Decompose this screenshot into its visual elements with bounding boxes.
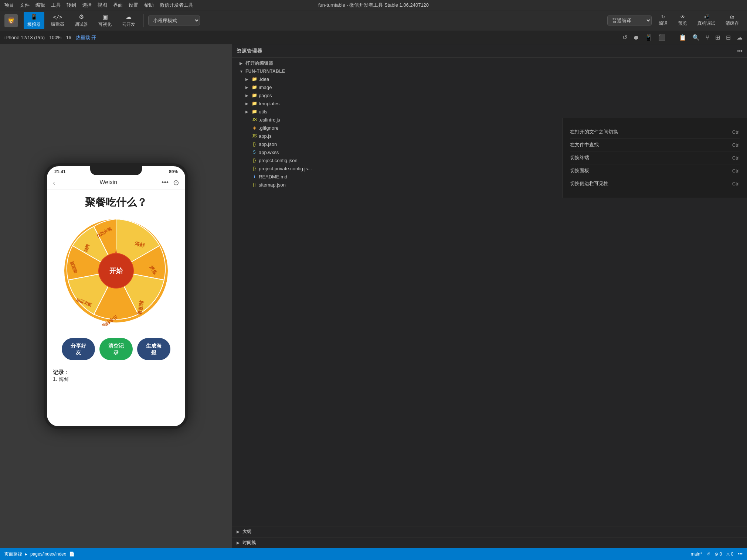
zoom-level: 100% (49, 35, 61, 40)
compile-mode-select[interactable]: 普通编译 (607, 16, 652, 25)
search-icon[interactable]: 🔍 (692, 34, 700, 41)
turntable-wheel[interactable]: 海鲜 烤鱼 韩国菜 日本料理 溜达想啥 泰国菜 自助火锅 烧烤 开始 (61, 215, 172, 326)
poster-btn-label2: 报 (145, 349, 163, 356)
git-branch[interactable]: main* (691, 552, 702, 557)
project-section[interactable]: ▼ FUN-TURNTABLE (232, 68, 747, 75)
share-btn-label: 分享好 (69, 342, 88, 349)
stop-icon[interactable]: ⏺ (633, 34, 639, 41)
record-item-1: 1. 海鲜 (53, 376, 179, 383)
bottom-more-icon[interactable]: ••• (738, 552, 743, 557)
compile-icon: ↻ (661, 14, 665, 20)
outline-section[interactable]: ▶ 大纲 (232, 526, 747, 537)
bottom-right: main* ↺ ⊗ 0 △ 0 ••• (691, 552, 743, 557)
timeline-section[interactable]: ▶ 时间线 (232, 537, 747, 548)
file-explorer-title: 资源管理器 (237, 48, 262, 54)
cloud2-icon[interactable]: ☁ (737, 34, 743, 41)
toolbar-debugger-btn[interactable]: ⚙ 调试器 (71, 12, 92, 29)
page-path-label: 页面路径 (4, 551, 22, 557)
warnings-count[interactable]: △ 0 (726, 552, 733, 557)
toolbar-simulator-btn[interactable]: 📱 模拟器 (24, 12, 44, 29)
shortcut-find-in-file: 在文件中查找 Ctrl (570, 139, 740, 151)
pages-arrow: ▶ (245, 93, 250, 98)
menu-item-interface[interactable]: 界面 (113, 2, 123, 8)
cloud-label: 云开发 (122, 21, 135, 28)
errors-count[interactable]: ⊗ 0 (714, 552, 722, 557)
menu-item-edit[interactable]: 编辑 (35, 2, 45, 8)
phone-buttons: 分享好 友 清空记 录 生成海 报 (47, 332, 185, 366)
timeline-arrow: ▶ (237, 541, 241, 545)
branch-icon[interactable]: ⑂ (706, 34, 709, 41)
outline-arrow: ▶ (237, 530, 241, 534)
menu-item-tools[interactable]: 工具 (51, 2, 61, 8)
appwxss-file-icon: S (251, 149, 257, 155)
preview-btn[interactable]: 👁 预览 (674, 13, 691, 28)
explorer-bottom-sections: ▶ 大纲 ▶ 时间线 (232, 526, 747, 548)
file-explorer-actions: ••• (737, 48, 743, 54)
clear-cache-btn[interactable]: 🗂 清缓存 (722, 13, 743, 28)
share-btn-label2: 友 (69, 349, 88, 356)
toolbar-editor-btn[interactable]: </> 编辑器 (47, 13, 68, 29)
git-sync-icon[interactable]: ↺ (706, 552, 710, 557)
menu-dots-icon[interactable]: ••• (162, 179, 169, 187)
toolbar-cloud-btn[interactable]: ☁ 云开发 (118, 12, 139, 29)
hot-reload-toggle[interactable]: 热重载 开 (76, 34, 96, 41)
tree-item-templates[interactable]: ▶ 📁 templates (232, 99, 747, 107)
tree-item-idea[interactable]: ▶ 📁 .idea (232, 75, 747, 83)
shortcut-panel-label: 切换面板 (570, 167, 589, 174)
toolbar-visual-btn[interactable]: ▣ 可视化 (95, 12, 115, 29)
phone-wechat-bar: ‹ Weixin ••• ⊙ (47, 176, 185, 189)
device-name[interactable]: iPhone 12/13 (Pro) (4, 35, 45, 40)
shortcut-terminal-label: 切换终端 (570, 154, 589, 161)
turntable-container[interactable]: 海鲜 烤鱼 韩国菜 日本料理 溜达想啥 泰国菜 自助火锅 烧烤 开始 (61, 215, 172, 326)
phone-battery: 89% (169, 169, 178, 174)
refresh-icon[interactable]: ↺ (622, 34, 627, 41)
compile-btn[interactable]: ↻ 编译 (655, 13, 671, 28)
more-options-icon[interactable]: ••• (737, 48, 743, 54)
record-btn-icon[interactable]: ⊙ (173, 178, 179, 187)
file-icon[interactable]: 📋 (679, 34, 686, 41)
menu-item-project[interactable]: 项目 (4, 2, 14, 8)
menu-item-devtools[interactable]: 微信开发者工具 (160, 2, 193, 8)
layout-icon[interactable]: ⊞ (715, 34, 720, 41)
tree-item-image[interactable]: ▶ 📁 image (232, 83, 747, 91)
app-mode-select[interactable]: 小程序模式 (148, 16, 200, 25)
menu-item-help[interactable]: 帮助 (144, 2, 154, 8)
templates-arrow: ▶ (245, 102, 250, 106)
split-icon[interactable]: ⊟ (726, 34, 731, 41)
menu-item-select[interactable]: 选择 (82, 2, 92, 8)
main-content: 21:41 89% ‹ Weixin ••• ⊙ 聚餐吃什么？ (0, 44, 747, 548)
debugger-label: 调试器 (75, 21, 88, 28)
logo-icon: 🦁 (7, 17, 15, 25)
visual-label: 可视化 (98, 21, 112, 28)
menu-item-view[interactable]: 视图 (98, 2, 107, 8)
toolbar-separator-1 (143, 14, 144, 27)
menu-item-goto[interactable]: 转到 (67, 2, 76, 8)
right-panel: 资源管理器 ••• ▶ 打开的编辑器 ▼ FUN-TURNTABLE ▶ 📁 .… (232, 44, 747, 548)
window-title: fun-turntable - 微信开发者工具 Stable 1.06.2407… (318, 2, 429, 8)
clear-btn[interactable]: 清空记 录 (99, 338, 133, 360)
device-debug-label: 真机调试 (697, 20, 715, 27)
templates-folder-icon: 📁 (251, 100, 257, 106)
tree-item-pages[interactable]: ▶ 📁 pages (232, 91, 747, 99)
toolbar-right: 普通编译 ↻ 编译 👁 预览 📲 真机调试 🗂 清缓存 (607, 13, 743, 28)
device-control-icons: ↺ ⏺ 📱 ⬛ 📋 🔍 ⑂ ⊞ ⊟ ☁ (622, 34, 743, 41)
menu-item-settings[interactable]: 设置 (129, 2, 138, 8)
device-debug-btn[interactable]: 📲 真机调试 (694, 13, 719, 28)
poster-btn[interactable]: 生成海 报 (137, 338, 170, 360)
project-label: FUN-TURNTABLE (245, 69, 285, 74)
page-path[interactable]: pages/index/index (30, 552, 66, 557)
phone-app-content: 聚餐吃什么？ (47, 189, 185, 332)
share-btn[interactable]: 分享好 友 (62, 338, 95, 360)
device-debug-icon: 📲 (704, 14, 709, 20)
record-title: 记录： (53, 369, 179, 376)
simulator-panel: 21:41 89% ‹ Weixin ••• ⊙ 聚餐吃什么？ (0, 44, 232, 548)
top-menubar: 项目 文件 编辑 工具 转到 选择 视图 界面 设置 帮助 微信开发者工具 fu… (0, 0, 747, 10)
phone-rotate-icon[interactable]: 📱 (645, 34, 652, 41)
menu-item-file[interactable]: 文件 (20, 2, 30, 8)
image-arrow: ▶ (245, 85, 250, 89)
tree-item-utils[interactable]: ▶ 📁 utils (232, 107, 747, 116)
fullscreen-icon[interactable]: ⬛ (658, 34, 666, 41)
open-editors-section[interactable]: ▶ 打开的编辑器 (232, 59, 747, 68)
utils-folder-icon: 📁 (251, 109, 257, 115)
editor-icon: </> (53, 14, 62, 20)
